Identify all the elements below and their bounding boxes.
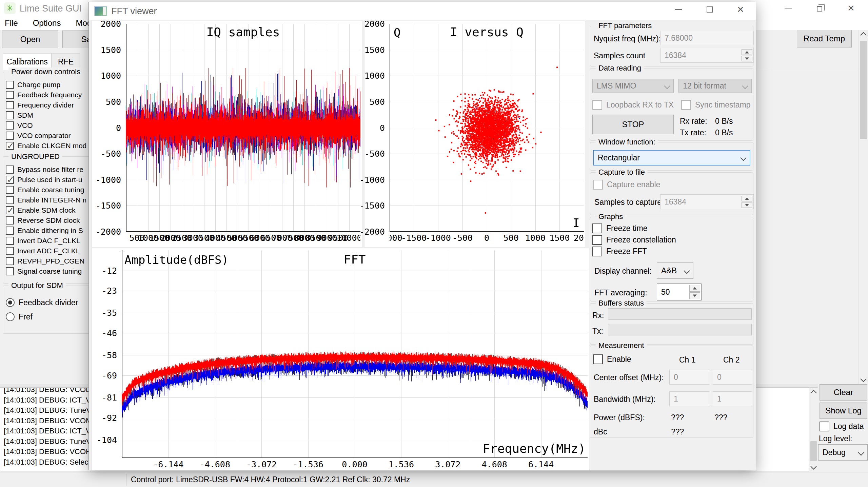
window-function-select[interactable]: Rectangular: [593, 150, 750, 165]
constellation-x-label: I: [573, 216, 579, 230]
checkbox-label: Loopback RX to TX: [606, 100, 674, 110]
checkbox-label: Enable CLKGEN mod: [17, 142, 86, 150]
constellation-y-axis-ticks: 2000150010005000-500-1000-1500-2000: [364, 24, 388, 232]
menu-file[interactable]: File: [5, 18, 18, 28]
radio-label: Feedback divider: [19, 298, 78, 307]
x-tick: 0: [484, 233, 489, 242]
constellation-canvas[interactable]: [390, 24, 584, 232]
stop-button[interactable]: STOP: [592, 115, 674, 134]
group-title: Output for SDM: [8, 281, 66, 290]
clear-button[interactable]: Clear: [820, 384, 867, 401]
main-scrollbar[interactable]: [859, 30, 868, 384]
fft-averaging-spinbox[interactable]: 50: [657, 284, 702, 300]
checkbox-label: SDM: [17, 111, 33, 119]
close-icon: ✕: [737, 5, 744, 14]
checkbox-box: [593, 180, 603, 190]
tx-rate-label: Tx rate:: [680, 128, 706, 137]
device-select[interactable]: LMS MIMO: [592, 79, 674, 93]
fft-close-button[interactable]: ✕: [731, 3, 750, 16]
log-scrollbar[interactable]: [809, 388, 818, 471]
bandwidth-ch2-input[interactable]: 1: [713, 391, 752, 406]
y-tick: -58: [102, 350, 117, 360]
checkbox-box: [6, 81, 14, 89]
iq-samples-canvas[interactable]: [126, 24, 360, 232]
checkbox-label: Freeze constellation: [606, 235, 676, 245]
spinner[interactable]: [742, 49, 752, 61]
checkbox-box: [6, 257, 14, 265]
spin-down-icon: [742, 56, 752, 61]
open-button[interactable]: Open: [2, 31, 58, 48]
checkbox-box: [592, 223, 602, 233]
power-ch1-value: ???: [671, 413, 684, 422]
group-title: Power down controls: [8, 67, 83, 76]
fft-window-title: FFT viewer: [111, 6, 157, 17]
center-offset-ch2-input[interactable]: 0: [713, 370, 752, 385]
main-close-button[interactable]: ✕: [842, 1, 861, 15]
rx-buffer-label: Rx:: [592, 311, 604, 320]
y-tick: 500: [370, 97, 385, 107]
group-window-function: Window function: Rectangular: [590, 142, 753, 171]
fft-maximize-button[interactable]: [700, 3, 719, 16]
y-tick: -2000: [359, 227, 385, 237]
menu-options[interactable]: Options: [33, 18, 61, 28]
main-restore-button[interactable]: [810, 1, 829, 15]
main-minimize-button[interactable]: [779, 1, 798, 15]
checkbox-loopback-rx-to-tx[interactable]: Loopback RX to TX: [592, 99, 674, 111]
checkbox-log-data[interactable]: Log data: [820, 421, 864, 432]
nyquist-label: Nyquist freq (MHz):: [594, 34, 661, 43]
log-level-select[interactable]: Debug: [818, 444, 868, 461]
checkbox-freeze-constellation[interactable]: Freeze constellation: [592, 234, 676, 246]
y-tick: -1000: [96, 175, 121, 185]
fft-minimize-button[interactable]: [669, 3, 688, 16]
fft-titlebar[interactable]: FFT viewer ✕: [89, 2, 756, 20]
log-scrollbar-thumb[interactable]: [810, 441, 817, 461]
minimize-icon: [675, 9, 682, 10]
checkbox-box: [6, 91, 14, 99]
checkbox-box: [681, 100, 691, 110]
scroll-up-icon[interactable]: [859, 30, 868, 40]
spinner[interactable]: [742, 196, 752, 208]
scroll-up-icon[interactable]: [809, 388, 818, 398]
display-channel-select[interactable]: A&B: [657, 262, 693, 279]
scroll-down-icon[interactable]: [859, 374, 868, 384]
checkbox-freeze-time[interactable]: Freeze time: [592, 222, 647, 234]
checkbox-capture-enable[interactable]: Capture enable: [593, 179, 660, 190]
format-select[interactable]: 12 bit format: [678, 79, 752, 93]
read-temp-button[interactable]: Read Temp: [797, 30, 852, 47]
ch2-header: Ch 2: [723, 355, 740, 365]
samples-count-spinbox[interactable]: 16384: [660, 48, 754, 63]
fft-x-label: Frequency(MHz): [483, 442, 586, 455]
y-tick: -69: [102, 371, 117, 381]
checkbox-box: [6, 101, 14, 109]
fft-canvas[interactable]: [122, 250, 588, 458]
show-log-button[interactable]: Show Log: [820, 403, 867, 419]
bandwidth-ch1-input[interactable]: 1: [669, 391, 709, 406]
spinner[interactable]: [689, 285, 700, 299]
y-tick: 0: [380, 123, 385, 133]
nyquist-input[interactable]: 7.68000: [660, 31, 754, 45]
log-level-value: Debug: [823, 448, 846, 457]
x-tick: 500: [504, 233, 519, 242]
checkbox-label: VCO: [17, 121, 33, 130]
checkbox-box: [592, 100, 602, 110]
checkbox-box: [6, 111, 14, 119]
checkbox-freeze-fft[interactable]: Freeze FFT: [592, 246, 647, 257]
center-offset-ch1-input[interactable]: 0: [669, 370, 709, 385]
y-tick: -35: [102, 308, 117, 318]
samples-to-capture-spinbox[interactable]: 16384: [660, 194, 754, 209]
checkbox-measurement-enable[interactable]: Enable: [593, 353, 631, 365]
x-tick: 6.144: [528, 460, 554, 469]
rx-buffer-progressbar: [608, 308, 752, 320]
log-level-label: Log level:: [819, 434, 852, 443]
group-title: FFT parameters: [596, 21, 654, 30]
scroll-down-icon[interactable]: [809, 461, 818, 471]
checkbox-sync-timestamp[interactable]: Sync timestamp: [681, 99, 751, 111]
group-graphs: Graphs Freeze time Freeze constellation …: [590, 217, 753, 301]
main-scrollbar-thumb[interactable]: [860, 41, 867, 139]
dbc-ch1-value: ???: [671, 427, 684, 436]
status-text: Control port: LimeSDR-USB FW:4 HW:4 Prot…: [131, 475, 410, 484]
spin-down-icon: [742, 202, 752, 208]
fft-viewer-window: FFT viewer ✕ 2000150010005000-500-1000-1…: [88, 2, 756, 470]
checkbox-box: [6, 121, 14, 130]
radio-label: Fref: [19, 312, 33, 322]
